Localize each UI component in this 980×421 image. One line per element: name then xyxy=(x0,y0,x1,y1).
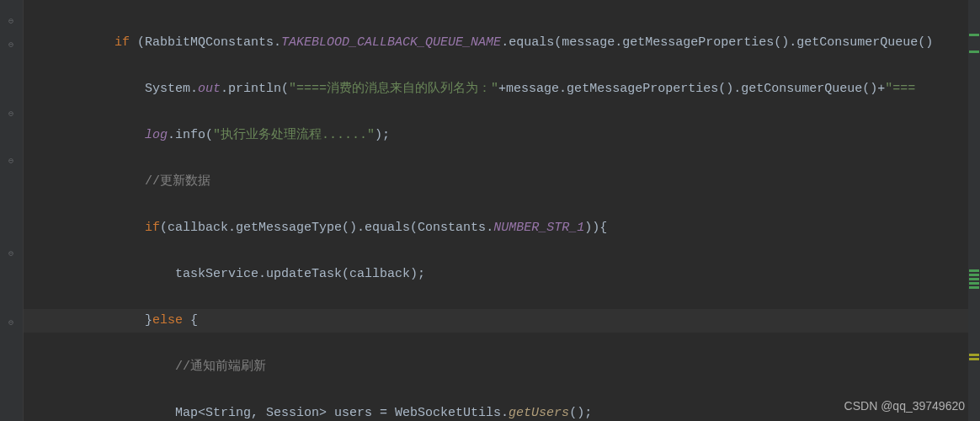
fold-marker-icon[interactable]: ⊖ xyxy=(8,103,17,111)
marker-change-icon[interactable] xyxy=(969,274,979,276)
watermark-text: CSDN @qq_39749620 xyxy=(844,395,965,418)
code-line[interactable]: if (RabbitMQConstants.TAKEBLOOD_CALLBACK… xyxy=(24,31,967,55)
marker-change-icon[interactable] xyxy=(969,282,979,285)
fold-marker-icon[interactable]: ⊖ xyxy=(8,312,17,320)
marker-change-icon[interactable] xyxy=(969,278,979,280)
code-line[interactable]: if(callback.getMessageType().equals(Cons… xyxy=(24,216,967,240)
marker-change-icon[interactable] xyxy=(969,51,979,53)
fold-marker-icon[interactable]: ⊖ xyxy=(8,34,17,42)
fold-marker-icon[interactable]: ⊖ xyxy=(8,150,17,158)
marker-change-icon[interactable] xyxy=(969,34,979,36)
code-line[interactable]: }else { xyxy=(24,309,967,333)
fold-marker-icon[interactable]: ⊖ xyxy=(8,10,17,19)
editor-gutter[interactable]: ⊖ ⊖ ⊖ ⊖ ⊖ ⊖ xyxy=(0,0,24,421)
marker-warning-icon[interactable] xyxy=(969,358,979,360)
error-stripe[interactable] xyxy=(968,0,980,421)
code-line[interactable]: System.out.println("====消费的消息来自的队列名为："+m… xyxy=(24,77,967,101)
marker-change-icon[interactable] xyxy=(969,286,979,289)
code-line[interactable]: //通知前端刷新 xyxy=(24,355,967,379)
code-line[interactable]: taskService.updateTask(callback); xyxy=(24,263,967,286)
marker-warning-icon[interactable] xyxy=(969,354,979,356)
code-editor[interactable]: if (RabbitMQConstants.TAKEBLOOD_CALLBACK… xyxy=(24,0,967,421)
code-line[interactable]: log.info("执行业务处理流程......"); xyxy=(24,124,967,147)
fold-marker-icon[interactable]: ⊖ xyxy=(8,242,17,251)
code-line[interactable]: Map<String, Session> users = WebSocketUt… xyxy=(24,402,967,422)
marker-change-icon[interactable] xyxy=(969,269,979,272)
code-line[interactable]: //更新数据 xyxy=(24,170,967,194)
